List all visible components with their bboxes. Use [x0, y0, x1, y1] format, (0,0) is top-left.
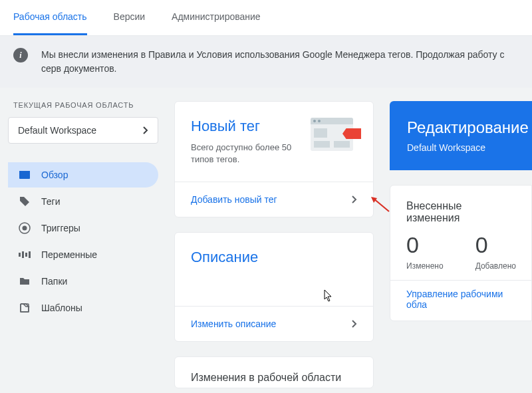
tag-icon [19, 196, 31, 207]
nav-overview[interactable]: Обзор [8, 162, 158, 188]
sidebar: ТЕКУЩАЯ РАБОЧАЯ ОБЛАСТЬ Default Workspac… [0, 88, 166, 393]
info-text: Мы внесли изменения в Правила и Условия … [41, 48, 519, 76]
info-banner: i Мы внесли изменения в Правила и Услови… [0, 36, 532, 88]
svg-rect-5 [22, 251, 24, 258]
nav-variables[interactable]: Переменные [8, 242, 158, 267]
nav-tags-label: Теги [41, 196, 60, 207]
tab-versions[interactable]: Версии [114, 0, 146, 35]
add-new-tag-label: Добавить новый тег [191, 194, 277, 205]
nav-templates-label: Шаблоны [41, 303, 82, 313]
edit-workspace-subtitle: Default Workspace [407, 142, 515, 153]
svg-rect-6 [25, 253, 27, 257]
stat-added-value: 0 [475, 233, 516, 256]
new-tag-card: Новый тег Всего доступно более 50 типов … [174, 101, 374, 217]
variables-icon [19, 249, 31, 261]
template-icon [19, 302, 31, 314]
add-new-tag-action[interactable]: Добавить новый тег [175, 182, 373, 217]
svg-rect-7 [29, 251, 31, 258]
folder-icon [19, 275, 31, 287]
chevron-right-icon [352, 196, 357, 203]
dashboard-icon [19, 169, 31, 181]
description-title: Описание [191, 249, 258, 283]
stat-added: 0 Добавлено [475, 233, 516, 271]
workspace-changes-card: Изменения в рабочей области [174, 356, 374, 388]
svg-rect-4 [19, 253, 21, 257]
nav-triggers[interactable]: Триггеры [8, 215, 158, 241]
stat-added-label: Добавлено [475, 261, 516, 271]
changes-stats-card: Внесенные изменения 0 Изменено 0 Добавле… [390, 185, 532, 321]
top-tabs: Рабочая область Версии Администрирование [0, 0, 532, 36]
tab-admin[interactable]: Администрирование [172, 0, 261, 35]
svg-point-3 [23, 226, 27, 231]
stat-changed-label: Изменено [406, 261, 444, 271]
workspace-section-label: ТЕКУЩАЯ РАБОЧАЯ ОБЛАСТЬ [8, 101, 158, 117]
new-tag-subtitle: Всего доступно более 50 типов тегов. [191, 142, 303, 166]
nav-tags[interactable]: Теги [8, 189, 158, 214]
workspace-name: Default Workspace [18, 125, 96, 136]
tag-illustration [311, 118, 357, 154]
workspace-selector[interactable]: Default Workspace [8, 117, 158, 144]
workspace-changes-title: Изменения в рабочей области [175, 357, 373, 388]
nav-overview-label: Обзор [41, 170, 68, 180]
svg-rect-1 [19, 171, 30, 174]
changes-stats-title: Внесенные изменения [406, 200, 515, 224]
chevron-right-icon [143, 126, 148, 134]
stat-changed-value: 0 [406, 233, 444, 256]
nav-folders-label: Папки [41, 276, 67, 287]
nav-variables-label: Переменные [41, 249, 97, 260]
description-card: Описание Изменить описание [174, 232, 374, 342]
edit-workspace-card[interactable]: Редактирование Default Workspace [390, 101, 532, 170]
new-tag-title: Новый тег [191, 118, 303, 135]
annotation-arrow [369, 196, 390, 213]
nav-triggers-label: Триггеры [41, 223, 80, 233]
info-icon: i [13, 48, 28, 63]
trigger-icon [19, 222, 31, 234]
manage-workspaces-link[interactable]: Управление рабочими обла [390, 280, 531, 310]
edit-workspace-title: Редактирование [407, 118, 515, 137]
edit-description-label: Изменить описание [191, 319, 276, 329]
chevron-right-icon [352, 320, 357, 328]
nav-templates[interactable]: Шаблоны [8, 295, 158, 321]
nav-folders[interactable]: Папки [8, 269, 158, 294]
edit-description-action[interactable]: Изменить описание [175, 306, 373, 341]
stat-changed: 0 Изменено [406, 233, 444, 271]
tab-workspace[interactable]: Рабочая область [13, 0, 87, 35]
